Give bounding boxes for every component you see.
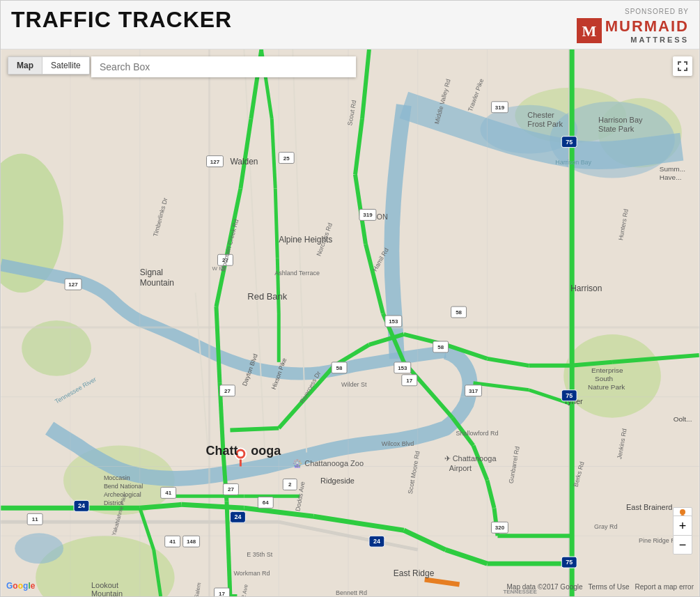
svg-text:319: 319 — [495, 104, 505, 111]
svg-text:17: 17 — [219, 591, 225, 596]
svg-text:Wilder St: Wilder St — [341, 381, 367, 388]
svg-text:Ashland Terrace: Ashland Terrace — [274, 270, 320, 277]
svg-text:25: 25 — [283, 155, 290, 162]
svg-text:South: South — [595, 375, 613, 382]
svg-rect-213 — [686, 61, 687, 65]
svg-text:127: 127 — [210, 159, 220, 165]
svg-line-33 — [182, 504, 244, 508]
murmaid-icon: M — [577, 18, 602, 43]
svg-text:58: 58 — [456, 309, 462, 316]
svg-text:Have...: Have... — [660, 173, 682, 181]
svg-text:East Brainerd: East Brainerd — [626, 503, 672, 511]
svg-text:Wilcox Blvd: Wilcox Blvd — [382, 440, 414, 447]
zoom-controls: + − — [673, 515, 692, 555]
svg-text:320: 320 — [495, 525, 505, 531]
svg-text:Bend National: Bend National — [104, 483, 143, 490]
map-type-button-group: Map Satellite — [8, 56, 90, 75]
svg-text:Workman Rd: Workman Rd — [233, 570, 270, 577]
svg-text:11: 11 — [32, 516, 38, 522]
svg-text:127: 127 — [68, 281, 78, 288]
murmaid-logo-icon: M — [577, 18, 602, 43]
svg-text:24: 24 — [234, 513, 241, 520]
murmaid-logo-container: M MURMAID MATTRESS — [577, 17, 689, 44]
svg-text:M: M — [582, 22, 596, 40]
svg-text:Airport: Airport — [449, 464, 472, 472]
svg-text:2: 2 — [288, 481, 292, 488]
svg-text:75: 75 — [566, 559, 573, 566]
app-container: TRAFFIC TRACKER SPONSORED BY M MURMAID M… — [0, 0, 700, 597]
fullscreen-button[interactable] — [673, 56, 692, 76]
report-map-error-link[interactable]: Report a map error — [635, 583, 694, 591]
svg-text:Oolt...: Oolt... — [674, 415, 692, 423]
svg-text:Enterprise: Enterprise — [591, 366, 623, 374]
terms-of-use-link[interactable]: Terms of Use — [589, 583, 630, 591]
svg-point-9 — [22, 320, 91, 376]
murmaid-brand-sub: MATTRESS — [605, 36, 689, 44]
svg-point-12 — [15, 533, 63, 564]
svg-text:Harrison Bay: Harrison Bay — [598, 116, 643, 124]
svg-text:Gray Rd: Gray Rd — [594, 523, 617, 530]
map-attribution: Map data ©2017 Google Terms of Use Repor… — [506, 583, 694, 591]
zoom-out-button[interactable]: − — [673, 535, 692, 555]
search-box-container — [91, 56, 356, 77]
svg-text:Harrison: Harrison — [570, 284, 602, 293]
murmaid-logo[interactable]: M MURMAID MATTRESS — [577, 17, 689, 44]
svg-text:153: 153 — [389, 318, 398, 325]
svg-line-56 — [230, 428, 279, 431]
header: TRAFFIC TRACKER SPONSORED BY M MURMAID M… — [1, 1, 699, 49]
svg-text:153: 153 — [398, 365, 407, 371]
svg-text:✈ Chattanooga: ✈ Chattanooga — [444, 454, 497, 463]
svg-line-74 — [275, 188, 277, 258]
svg-text:317: 317 — [469, 388, 479, 394]
svg-text:17: 17 — [406, 378, 412, 384]
svg-text:Walden: Walden — [230, 157, 258, 166]
svg-text:75: 75 — [566, 139, 573, 146]
sponsored-by-label: SPONSORED BY — [625, 8, 689, 15]
svg-text:Lookout: Lookout — [91, 581, 118, 589]
map-data-text: Map data ©2017 Google — [506, 583, 582, 591]
svg-line-75 — [277, 258, 279, 313]
svg-text:Harrison Bay: Harrison Bay — [555, 159, 591, 166]
svg-text:Bennett Rd: Bennett Rd — [336, 589, 367, 596]
search-input[interactable] — [91, 56, 356, 77]
svg-text:ooga: ooga — [251, 444, 281, 458]
fullscreen-icon — [677, 61, 688, 72]
svg-text:Shallowford Rd: Shallowford Rd — [456, 430, 499, 437]
svg-text:24: 24 — [373, 538, 380, 545]
svg-text:Chatt: Chatt — [206, 444, 238, 458]
svg-text:75: 75 — [566, 392, 573, 399]
map-background: Chatt ooga 🎡 Chattanooga Zoo ✈ Chattanoo… — [1, 49, 699, 596]
svg-line-32 — [140, 504, 182, 508]
svg-text:41: 41 — [169, 538, 176, 545]
svg-text:State Park: State Park — [598, 125, 635, 133]
page-title: TRAFFIC TRACKER — [11, 8, 232, 32]
google-logo: Google — [6, 581, 35, 591]
svg-text:Mountain: Mountain — [91, 589, 123, 596]
murmaid-brand-name: MURMAID — [605, 17, 689, 36]
svg-text:Mountain: Mountain — [140, 278, 174, 288]
sponsor-area: SPONSORED BY M MURMAID MATTRESS — [577, 8, 689, 44]
zoom-in-button[interactable]: + — [673, 515, 692, 535]
svg-point-81 — [238, 451, 243, 457]
svg-text:Chester: Chester — [527, 111, 554, 119]
svg-text:24: 24 — [78, 502, 85, 509]
svg-text:41: 41 — [165, 490, 171, 496]
svg-text:Red Bank: Red Bank — [247, 291, 287, 302]
svg-point-218 — [680, 509, 685, 515]
svg-text:W Rd: W Rd — [212, 265, 226, 272]
svg-rect-215 — [678, 68, 679, 71]
svg-text:Ridgeside: Ridgeside — [320, 476, 355, 485]
map-type-satellite-button[interactable]: Satellite — [42, 57, 89, 74]
svg-text:Summ...: Summ... — [660, 165, 685, 173]
svg-text:27: 27 — [228, 486, 234, 493]
svg-text:148: 148 — [187, 538, 196, 545]
svg-text:Moccasin: Moccasin — [104, 474, 130, 481]
svg-text:58: 58 — [437, 344, 444, 350]
svg-text:Frost Park: Frost Park — [527, 120, 563, 128]
svg-text:319: 319 — [363, 212, 373, 218]
svg-text:East Ridge: East Ridge — [394, 568, 435, 578]
svg-text:🎡 Chattanooga Zoo: 🎡 Chattanooga Zoo — [293, 458, 364, 468]
svg-text:Nature Park: Nature Park — [588, 383, 625, 391]
map-container[interactable]: Chatt ooga 🎡 Chattanooga Zoo ✈ Chattanoo… — [1, 49, 699, 596]
map-type-map-button[interactable]: Map — [8, 57, 42, 74]
